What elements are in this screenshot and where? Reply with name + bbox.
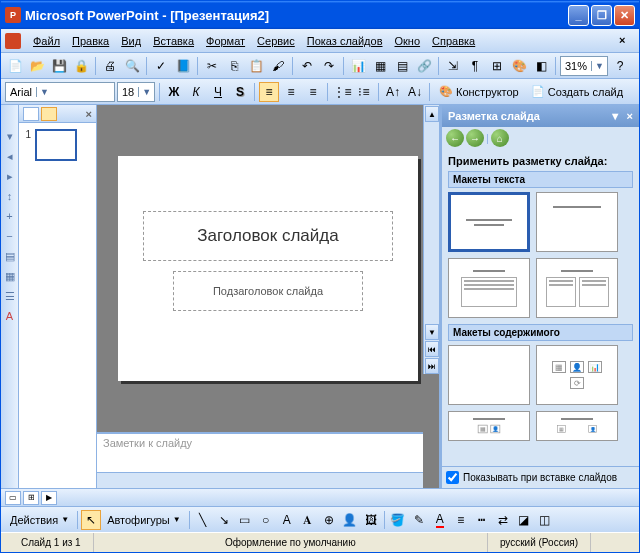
increase-font-button[interactable]: A↑: [383, 82, 403, 102]
shadow-tool[interactable]: ◪: [514, 510, 534, 530]
print-icon[interactable]: 🖨: [100, 56, 120, 76]
line-color-tool[interactable]: ✎: [409, 510, 429, 530]
oval-tool[interactable]: ○: [256, 510, 276, 530]
notes-pane[interactable]: Заметки к слайду: [97, 432, 423, 472]
zoom-combo[interactable]: 31% ▼: [560, 56, 608, 76]
scroll-up-button[interactable]: ▲: [425, 106, 439, 122]
redo-icon[interactable]: ↷: [319, 56, 339, 76]
newslide-button[interactable]: 📄 Создать слайд: [526, 82, 628, 102]
textbox-tool[interactable]: A: [277, 510, 297, 530]
picture-tool[interactable]: 🖼: [361, 510, 381, 530]
arrow-tool[interactable]: ↘: [214, 510, 234, 530]
title-placeholder[interactable]: Заголовок слайда: [143, 211, 393, 261]
spellcheck-icon[interactable]: ✓: [151, 56, 171, 76]
show-formatting-icon[interactable]: ¶: [465, 56, 485, 76]
minimize-button[interactable]: _: [568, 5, 589, 26]
dash-style-tool[interactable]: ┅: [472, 510, 492, 530]
prev-slide-button[interactable]: ⏮: [425, 341, 439, 357]
cut-icon[interactable]: ✂: [202, 56, 222, 76]
bullets-button[interactable]: ⁝≡: [354, 82, 374, 102]
3d-tool[interactable]: ◫: [535, 510, 555, 530]
grid-icon[interactable]: ⊞: [487, 56, 507, 76]
layout-title-content[interactable]: ▦👤: [448, 411, 530, 441]
rail-icon[interactable]: ▸: [3, 169, 17, 183]
menu-file[interactable]: Файл: [27, 33, 66, 49]
tables-borders-icon[interactable]: ▤: [392, 56, 412, 76]
rail-icon[interactable]: ◂: [3, 149, 17, 163]
menu-format[interactable]: Формат: [200, 33, 251, 49]
open-icon[interactable]: 📂: [27, 56, 47, 76]
align-left-button[interactable]: ≡: [259, 82, 279, 102]
line-tool[interactable]: ╲: [193, 510, 213, 530]
clipart-tool[interactable]: 👤: [340, 510, 360, 530]
outline-tab[interactable]: [23, 107, 39, 121]
layout-title-slide[interactable]: [448, 192, 530, 252]
bold-button[interactable]: Ж: [164, 82, 184, 102]
nav-home-button[interactable]: ⌂: [491, 129, 509, 147]
slide-area[interactable]: Заголовок слайда Подзаголовок слайда ▲ ▼…: [97, 105, 439, 432]
help-question-icon[interactable]: [591, 34, 605, 48]
italic-button[interactable]: К: [186, 82, 206, 102]
app-menu-icon[interactable]: [5, 33, 21, 49]
autoshapes-menu[interactable]: Автофигуры ▼: [102, 510, 186, 530]
designer-button[interactable]: 🎨 Конструктор: [434, 82, 524, 102]
research-icon[interactable]: 📘: [173, 56, 193, 76]
arrow-style-tool[interactable]: ⇄: [493, 510, 513, 530]
undo-icon[interactable]: ↶: [297, 56, 317, 76]
rail-icon[interactable]: ☰: [3, 289, 17, 303]
sorter-view-button[interactable]: ⊞: [23, 491, 39, 505]
normal-view-button[interactable]: ▭: [5, 491, 21, 505]
rail-icon[interactable]: ▦: [3, 269, 17, 283]
new-icon[interactable]: 📄: [5, 56, 25, 76]
wordart-tool[interactable]: 𝐀: [298, 510, 318, 530]
menu-help[interactable]: Справка: [426, 33, 481, 49]
save-icon[interactable]: 💾: [49, 56, 69, 76]
slide-thumbnail[interactable]: [35, 129, 77, 161]
horizontal-scrollbar[interactable]: [97, 472, 423, 488]
rail-icon[interactable]: ▾: [3, 129, 17, 143]
layout-title-two-content[interactable]: ▦👤: [536, 411, 618, 441]
permission-icon[interactable]: 🔒: [71, 56, 91, 76]
menu-edit[interactable]: Правка: [66, 33, 115, 49]
grayscale-icon[interactable]: ◧: [531, 56, 551, 76]
chart-icon[interactable]: 📊: [348, 56, 368, 76]
align-center-button[interactable]: ≡: [281, 82, 301, 102]
taskpane-close-button[interactable]: ×: [627, 110, 633, 122]
numbering-button[interactable]: ⋮≡: [332, 82, 352, 102]
menu-window[interactable]: Окно: [389, 33, 427, 49]
actions-menu[interactable]: Действия ▼: [5, 510, 74, 530]
expand-icon[interactable]: ⇲: [443, 56, 463, 76]
format-painter-icon[interactable]: 🖌: [268, 56, 288, 76]
copy-icon[interactable]: ⎘: [224, 56, 244, 76]
menu-insert[interactable]: Вставка: [147, 33, 200, 49]
fontsize-combo[interactable]: 18 ▼: [117, 82, 155, 102]
layout-blank[interactable]: [448, 345, 530, 405]
nav-forward-button[interactable]: →: [466, 129, 484, 147]
diagram-tool[interactable]: ⊕: [319, 510, 339, 530]
rail-icon[interactable]: ▤: [3, 249, 17, 263]
layout-title-text[interactable]: [448, 258, 530, 318]
menu-view[interactable]: Вид: [115, 33, 147, 49]
table-icon[interactable]: ▦: [370, 56, 390, 76]
taskpane-dropdown-icon[interactable]: ▼: [610, 110, 621, 122]
layout-content[interactable]: ▦👤📊⟳: [536, 345, 618, 405]
align-right-button[interactable]: ≡: [303, 82, 323, 102]
nav-back-button[interactable]: ←: [446, 129, 464, 147]
vertical-scrollbar[interactable]: ▲ ▼ ⏮ ⏭: [423, 105, 439, 374]
slides-tab[interactable]: [41, 107, 57, 121]
layout-title-only[interactable]: [536, 192, 618, 252]
underline-button[interactable]: Ч: [208, 82, 228, 102]
show-on-insert-checkbox[interactable]: [446, 471, 459, 484]
font-color-tool[interactable]: A: [430, 510, 450, 530]
fill-color-tool[interactable]: 🪣: [388, 510, 408, 530]
rail-icon[interactable]: ↕: [3, 189, 17, 203]
subtitle-placeholder[interactable]: Подзаголовок слайда: [173, 271, 363, 311]
hyperlink-icon[interactable]: 🔗: [414, 56, 434, 76]
menu-tools[interactable]: Сервис: [251, 33, 301, 49]
rectangle-tool[interactable]: ▭: [235, 510, 255, 530]
doc-close-button[interactable]: ×: [619, 34, 633, 48]
maximize-button[interactable]: ❐: [591, 5, 612, 26]
rail-icon[interactable]: +: [3, 209, 17, 223]
line-style-tool[interactable]: ≡: [451, 510, 471, 530]
next-slide-button[interactable]: ⏭: [425, 358, 439, 374]
